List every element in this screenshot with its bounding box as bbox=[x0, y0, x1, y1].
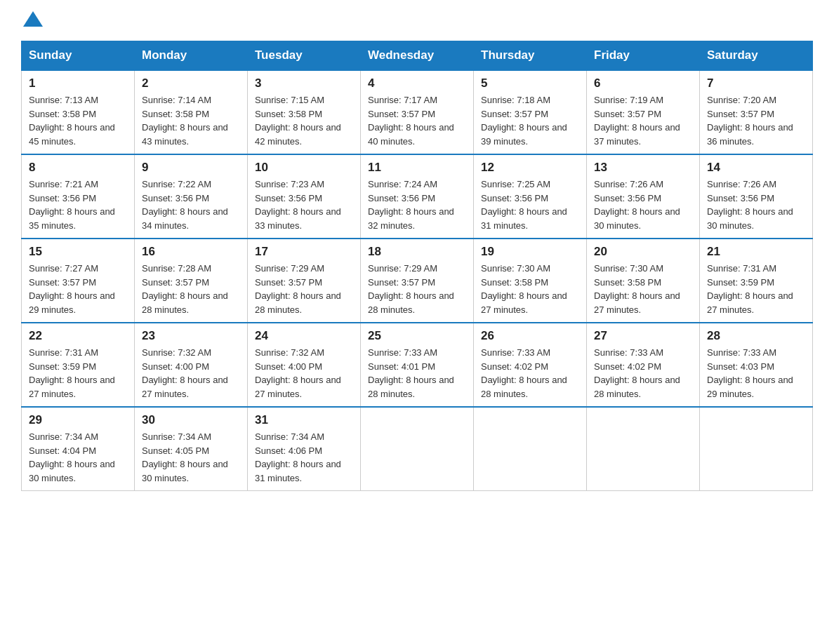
week-row-1: 1 Sunrise: 7:13 AMSunset: 3:58 PMDayligh… bbox=[22, 70, 813, 154]
calendar-cell: 22 Sunrise: 7:31 AMSunset: 3:59 PMDaylig… bbox=[22, 323, 135, 407]
calendar-cell: 20 Sunrise: 7:30 AMSunset: 3:58 PMDaylig… bbox=[587, 239, 700, 323]
day-number: 31 bbox=[255, 413, 353, 427]
calendar-cell: 24 Sunrise: 7:32 AMSunset: 4:00 PMDaylig… bbox=[248, 323, 361, 407]
calendar-cell: 18 Sunrise: 7:29 AMSunset: 3:57 PMDaylig… bbox=[361, 239, 474, 323]
day-info: Sunrise: 7:32 AMSunset: 4:00 PMDaylight:… bbox=[142, 347, 228, 399]
day-info: Sunrise: 7:33 AMSunset: 4:01 PMDaylight:… bbox=[368, 347, 454, 399]
day-info: Sunrise: 7:34 AMSunset: 4:06 PMDaylight:… bbox=[255, 431, 341, 483]
day-info: Sunrise: 7:32 AMSunset: 4:00 PMDaylight:… bbox=[255, 347, 341, 399]
day-info: Sunrise: 7:27 AMSunset: 3:57 PMDaylight:… bbox=[29, 263, 115, 315]
calendar-cell: 4 Sunrise: 7:17 AMSunset: 3:57 PMDayligh… bbox=[361, 70, 474, 154]
day-info: Sunrise: 7:28 AMSunset: 3:57 PMDaylight:… bbox=[142, 263, 228, 315]
calendar-cell: 12 Sunrise: 7:25 AMSunset: 3:56 PMDaylig… bbox=[474, 154, 587, 239]
day-number: 28 bbox=[707, 329, 805, 343]
day-number: 10 bbox=[255, 161, 353, 175]
day-number: 9 bbox=[142, 161, 240, 175]
day-info: Sunrise: 7:23 AMSunset: 3:56 PMDaylight:… bbox=[255, 179, 341, 231]
calendar-cell: 19 Sunrise: 7:30 AMSunset: 3:58 PMDaylig… bbox=[474, 239, 587, 323]
day-number: 11 bbox=[368, 161, 466, 175]
day-number: 14 bbox=[707, 161, 805, 175]
day-number: 21 bbox=[707, 245, 805, 259]
day-info: Sunrise: 7:24 AMSunset: 3:56 PMDaylight:… bbox=[368, 179, 454, 231]
day-number: 19 bbox=[481, 245, 579, 259]
calendar-cell: 6 Sunrise: 7:19 AMSunset: 3:57 PMDayligh… bbox=[587, 70, 700, 154]
day-info: Sunrise: 7:19 AMSunset: 3:57 PMDaylight:… bbox=[594, 95, 680, 147]
calendar-cell: 31 Sunrise: 7:34 AMSunset: 4:06 PMDaylig… bbox=[248, 407, 361, 491]
calendar-cell: 3 Sunrise: 7:15 AMSunset: 3:58 PMDayligh… bbox=[248, 70, 361, 154]
calendar-cell: 23 Sunrise: 7:32 AMSunset: 4:00 PMDaylig… bbox=[135, 323, 248, 407]
calendar-cell: 16 Sunrise: 7:28 AMSunset: 3:57 PMDaylig… bbox=[135, 239, 248, 323]
weekday-header-saturday: Saturday bbox=[700, 41, 813, 71]
day-info: Sunrise: 7:21 AMSunset: 3:56 PMDaylight:… bbox=[29, 179, 115, 231]
day-number: 25 bbox=[368, 329, 466, 343]
day-info: Sunrise: 7:33 AMSunset: 4:03 PMDaylight:… bbox=[707, 347, 793, 399]
day-info: Sunrise: 7:26 AMSunset: 3:56 PMDaylight:… bbox=[594, 179, 680, 231]
calendar-cell: 8 Sunrise: 7:21 AMSunset: 3:56 PMDayligh… bbox=[22, 154, 135, 239]
day-number: 13 bbox=[594, 161, 692, 175]
calendar-cell: 14 Sunrise: 7:26 AMSunset: 3:56 PMDaylig… bbox=[700, 154, 813, 239]
day-number: 15 bbox=[29, 245, 127, 259]
day-number: 4 bbox=[368, 76, 466, 90]
day-info: Sunrise: 7:26 AMSunset: 3:56 PMDaylight:… bbox=[707, 179, 793, 231]
day-number: 8 bbox=[29, 161, 127, 175]
day-info: Sunrise: 7:17 AMSunset: 3:57 PMDaylight:… bbox=[368, 95, 454, 147]
day-number: 20 bbox=[594, 245, 692, 259]
calendar-cell: 13 Sunrise: 7:26 AMSunset: 3:56 PMDaylig… bbox=[587, 154, 700, 239]
day-number: 3 bbox=[255, 76, 353, 90]
week-row-3: 15 Sunrise: 7:27 AMSunset: 3:57 PMDaylig… bbox=[22, 239, 813, 323]
calendar-cell bbox=[587, 407, 700, 491]
weekday-header-friday: Friday bbox=[587, 41, 700, 71]
day-info: Sunrise: 7:34 AMSunset: 4:05 PMDaylight:… bbox=[142, 431, 228, 483]
day-info: Sunrise: 7:13 AMSunset: 3:58 PMDaylight:… bbox=[29, 95, 115, 147]
day-info: Sunrise: 7:29 AMSunset: 3:57 PMDaylight:… bbox=[255, 263, 341, 315]
logo-triangle-icon bbox=[23, 11, 43, 27]
calendar-cell: 7 Sunrise: 7:20 AMSunset: 3:57 PMDayligh… bbox=[700, 70, 813, 154]
calendar-cell: 25 Sunrise: 7:33 AMSunset: 4:01 PMDaylig… bbox=[361, 323, 474, 407]
calendar-table: SundayMondayTuesdayWednesdayThursdayFrid… bbox=[21, 41, 813, 491]
day-number: 27 bbox=[594, 329, 692, 343]
calendar-cell bbox=[474, 407, 587, 491]
calendar-cell: 29 Sunrise: 7:34 AMSunset: 4:04 PMDaylig… bbox=[22, 407, 135, 491]
day-info: Sunrise: 7:20 AMSunset: 3:57 PMDaylight:… bbox=[707, 95, 793, 147]
day-info: Sunrise: 7:15 AMSunset: 3:58 PMDaylight:… bbox=[255, 95, 341, 147]
calendar-cell: 9 Sunrise: 7:22 AMSunset: 3:56 PMDayligh… bbox=[135, 154, 248, 239]
day-info: Sunrise: 7:18 AMSunset: 3:57 PMDaylight:… bbox=[481, 95, 567, 147]
calendar-cell: 21 Sunrise: 7:31 AMSunset: 3:59 PMDaylig… bbox=[700, 239, 813, 323]
calendar-cell bbox=[361, 407, 474, 491]
calendar-cell: 15 Sunrise: 7:27 AMSunset: 3:57 PMDaylig… bbox=[22, 239, 135, 323]
calendar-cell: 2 Sunrise: 7:14 AMSunset: 3:58 PMDayligh… bbox=[135, 70, 248, 154]
week-row-5: 29 Sunrise: 7:34 AMSunset: 4:04 PMDaylig… bbox=[22, 407, 813, 491]
day-info: Sunrise: 7:34 AMSunset: 4:04 PMDaylight:… bbox=[29, 431, 115, 483]
calendar-cell: 11 Sunrise: 7:24 AMSunset: 3:56 PMDaylig… bbox=[361, 154, 474, 239]
weekday-header-monday: Monday bbox=[135, 41, 248, 71]
day-number: 22 bbox=[29, 329, 127, 343]
calendar-cell: 10 Sunrise: 7:23 AMSunset: 3:56 PMDaylig… bbox=[248, 154, 361, 239]
day-number: 1 bbox=[29, 76, 127, 90]
weekday-header-tuesday: Tuesday bbox=[248, 41, 361, 71]
day-number: 23 bbox=[142, 329, 240, 343]
weekday-header-wednesday: Wednesday bbox=[361, 41, 474, 71]
day-number: 16 bbox=[142, 245, 240, 259]
day-info: Sunrise: 7:31 AMSunset: 3:59 PMDaylight:… bbox=[707, 263, 793, 315]
day-info: Sunrise: 7:31 AMSunset: 3:59 PMDaylight:… bbox=[29, 347, 115, 399]
calendar-cell bbox=[700, 407, 813, 491]
calendar-cell: 5 Sunrise: 7:18 AMSunset: 3:57 PMDayligh… bbox=[474, 70, 587, 154]
day-number: 12 bbox=[481, 161, 579, 175]
day-info: Sunrise: 7:33 AMSunset: 4:02 PMDaylight:… bbox=[481, 347, 567, 399]
day-number: 24 bbox=[255, 329, 353, 343]
day-number: 30 bbox=[142, 413, 240, 427]
calendar-cell: 28 Sunrise: 7:33 AMSunset: 4:03 PMDaylig… bbox=[700, 323, 813, 407]
day-info: Sunrise: 7:30 AMSunset: 3:58 PMDaylight:… bbox=[481, 263, 567, 315]
day-info: Sunrise: 7:14 AMSunset: 3:58 PMDaylight:… bbox=[142, 95, 228, 147]
day-number: 18 bbox=[368, 245, 466, 259]
day-number: 6 bbox=[594, 76, 692, 90]
day-number: 2 bbox=[142, 76, 240, 90]
weekday-header-sunday: Sunday bbox=[22, 41, 135, 71]
week-row-4: 22 Sunrise: 7:31 AMSunset: 3:59 PMDaylig… bbox=[22, 323, 813, 407]
day-number: 5 bbox=[481, 76, 579, 90]
weekday-header-thursday: Thursday bbox=[474, 41, 587, 71]
day-info: Sunrise: 7:25 AMSunset: 3:56 PMDaylight:… bbox=[481, 179, 567, 231]
day-info: Sunrise: 7:30 AMSunset: 3:58 PMDaylight:… bbox=[594, 263, 680, 315]
calendar-cell: 30 Sunrise: 7:34 AMSunset: 4:05 PMDaylig… bbox=[135, 407, 248, 491]
day-number: 7 bbox=[707, 76, 805, 90]
